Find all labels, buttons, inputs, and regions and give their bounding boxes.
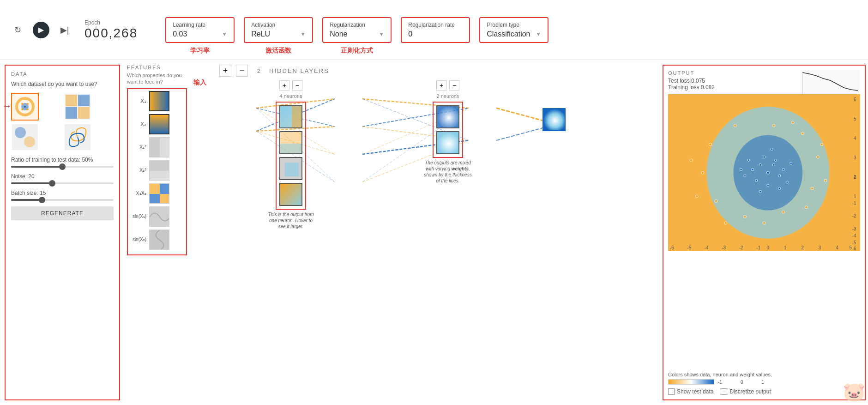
learning-rate-box[interactable]: Learning rate 0.03 ▼ 学习率 — [165, 17, 235, 43]
regularization-box[interactable]: Regularization None ▼ 正则化方式 — [322, 17, 392, 43]
feature-sinx2[interactable]: sin(X₂) — [130, 230, 184, 250]
legend-bar: -1 0 1 — [668, 379, 860, 385]
step-button[interactable]: ▶| — [56, 22, 73, 38]
svg-text:-6: -6 — [670, 245, 674, 250]
feature-x1sq[interactable]: X₁² — [130, 137, 184, 157]
regularization-annotation: 正则化方式 — [341, 47, 373, 55]
feature-x1-viz — [150, 92, 169, 111]
add-layer-button[interactable]: + — [219, 65, 231, 77]
neuron-1-4[interactable] — [279, 183, 302, 206]
bottom-controls: Show test data Discretize output — [668, 388, 860, 395]
neuron-1-1[interactable] — [279, 105, 302, 128]
noise-track[interactable] — [11, 182, 114, 184]
svg-rect-13 — [12, 124, 38, 150]
discretize-output-checkbox[interactable] — [721, 388, 727, 395]
feature-x1x2-thumb[interactable] — [149, 183, 169, 204]
feature-x1[interactable]: X₁ — [130, 91, 184, 111]
neuron-1-2[interactable] — [279, 131, 302, 154]
neuron-1-3[interactable] — [279, 157, 302, 180]
svg-point-85 — [778, 175, 781, 177]
regenerate-button[interactable]: REGENERATE — [11, 206, 114, 220]
svg-point-72 — [734, 124, 737, 127]
svg-rect-11 — [78, 95, 90, 106]
svg-text:0: 0 — [767, 245, 770, 250]
svg-text:-2: -2 — [739, 245, 743, 250]
batch-track[interactable] — [11, 199, 114, 201]
svg-rect-48 — [292, 106, 302, 128]
show-test-data-control[interactable]: Show test data — [668, 388, 713, 395]
feature-x2sq-thumb[interactable] — [149, 160, 169, 181]
svg-rect-26 — [150, 194, 160, 204]
color-legend-text: Colors shows data, neuron and weight val… — [668, 372, 860, 377]
ratio-group: Ratio of training to test data: 50% — [11, 157, 114, 168]
regularization-rate-box[interactable]: Regularization rate 0 — [401, 17, 470, 43]
hidden-layers-header: + − 2 HIDDEN LAYERS — [192, 65, 658, 77]
svg-text:0: 0 — [854, 175, 856, 180]
svg-rect-50 — [280, 144, 302, 154]
play-button[interactable]: ▶ — [33, 22, 49, 38]
svg-point-93 — [786, 181, 788, 183]
neuron-2-2[interactable] — [436, 131, 459, 154]
dataset-circle[interactable] — [11, 93, 39, 121]
svg-rect-25 — [160, 184, 169, 194]
neuron-1-4-viz — [280, 184, 302, 206]
sidebar-title: DATA — [11, 71, 114, 77]
neuron-2-1[interactable] — [436, 105, 459, 128]
neuron-1-3-viz — [280, 158, 302, 180]
svg-text:4: 4 — [836, 245, 838, 250]
dataset-xor-preview — [65, 94, 90, 120]
feature-sinx2-thumb[interactable] — [149, 230, 169, 250]
feature-x1sq-label: X₁² — [130, 144, 146, 150]
svg-point-82 — [759, 164, 761, 166]
problem-type-box[interactable]: Problem type Classification ▼ — [479, 17, 549, 43]
ratio-track[interactable] — [11, 166, 114, 168]
feature-sinx1[interactable]: sin(X₁) — [130, 206, 184, 227]
output-neuron-viz — [543, 109, 566, 131]
svg-text:-6: -6 — [852, 246, 856, 251]
feature-sinx1-viz — [150, 207, 169, 227]
feature-x1x2-label: X₁X₂ — [130, 190, 146, 196]
feature-x1sq-thumb[interactable] — [149, 137, 169, 157]
remove-layer-button[interactable]: − — [236, 65, 248, 77]
remove-neuron-l2-button[interactable]: − — [449, 80, 459, 91]
dataset-xor[interactable] — [64, 93, 91, 121]
svg-text:-3: -3 — [722, 245, 726, 250]
add-neuron-l1-button[interactable]: + — [279, 80, 289, 91]
remove-neuron-l1-button[interactable]: − — [292, 80, 302, 91]
activation-arrow[interactable]: ▼ — [300, 31, 306, 37]
discretize-output-control[interactable]: Discretize output — [721, 388, 771, 395]
svg-text:-5: -5 — [852, 240, 856, 245]
reset-button[interactable]: ↻ — [9, 22, 26, 38]
add-neuron-l2-button[interactable]: + — [436, 80, 446, 91]
output-neuron[interactable] — [542, 108, 566, 131]
output-viz: 6 5 4 3 2 1 0 -1 -2 -3 -4 -5 -6 -6 -5 — [668, 94, 860, 251]
activation-box[interactable]: Activation ReLU ▼ 激活函数 — [244, 17, 313, 43]
svg-point-90 — [782, 169, 784, 171]
neuron-tooltip: This is the output from one neuron. Hove… — [265, 212, 316, 230]
layer-1-count: 4 neurons — [280, 93, 302, 99]
svg-rect-12 — [66, 107, 77, 119]
hidden-layers-label: 2 HIDDEN LAYERS — [257, 67, 329, 74]
svg-point-92 — [747, 159, 750, 161]
layers-container: + − 4 neurons — [192, 80, 658, 400]
feature-x2sq-viz — [150, 161, 169, 181]
feature-x2[interactable]: X₂ — [130, 114, 184, 134]
show-test-data-checkbox[interactable] — [668, 388, 675, 395]
dataset-spiral[interactable] — [64, 123, 91, 151]
problem-type-arrow[interactable]: ▼ — [536, 31, 541, 37]
regularization-arrow[interactable]: ▼ — [379, 31, 384, 37]
feature-x1-thumb[interactable] — [149, 91, 169, 111]
learning-rate-arrow[interactable]: ▼ — [222, 31, 227, 37]
svg-point-66 — [811, 187, 814, 190]
legend-zero: 0 — [741, 380, 743, 385]
svg-point-67 — [782, 211, 785, 213]
feature-x1x2[interactable]: X₁X₂ — [130, 183, 184, 204]
feature-x2-thumb[interactable] — [149, 114, 169, 134]
dataset-gauss[interactable] — [11, 123, 39, 151]
feature-sinx1-thumb[interactable] — [149, 206, 169, 227]
feature-x2sq[interactable]: X₂² — [130, 160, 184, 181]
neuron-2-1-viz — [437, 106, 459, 128]
neuron-tooltip-text: This is the output from one neuron. Hove… — [268, 212, 314, 229]
svg-point-97 — [790, 162, 792, 164]
svg-point-14 — [15, 127, 26, 138]
